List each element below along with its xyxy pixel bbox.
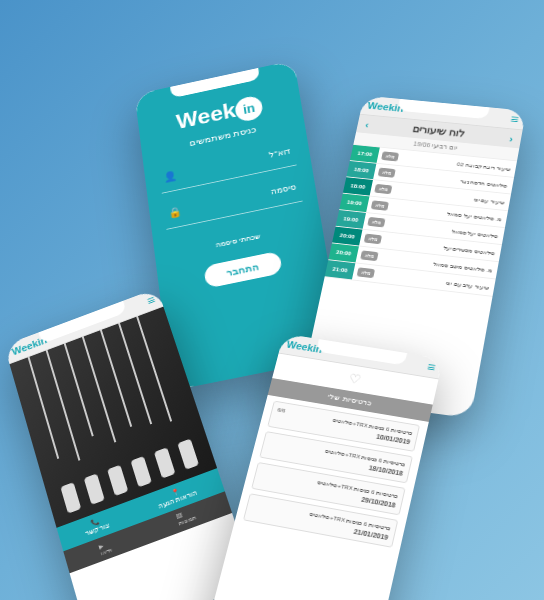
time-slot: 18:00	[346, 161, 376, 179]
video-tab[interactable]: ▶וידאו	[98, 539, 113, 556]
status-badge: מלא	[364, 234, 382, 245]
user-icon: 👤	[163, 169, 178, 183]
time-slot: 17:00	[350, 145, 380, 163]
tickets-list: 6/6כרטיסיות 6 כניסות TRX+פילאטיס10/01/20…	[235, 399, 427, 549]
brand-logo: Weekin	[285, 339, 323, 355]
photos-tab[interactable]: 🖼תמונות	[176, 508, 197, 527]
time-slot: 20:00	[328, 243, 358, 262]
next-arrow-icon[interactable]: ›	[509, 133, 514, 144]
lock-icon: 🔒	[168, 205, 183, 219]
phone-label: 054-1234567	[354, 352, 394, 364]
status-badge: מלא	[381, 151, 399, 161]
status-badge: מלא	[371, 200, 389, 210]
menu-icon[interactable]: ≡	[509, 112, 519, 126]
brand-logo: Weekin	[367, 100, 405, 113]
forgot-link[interactable]: שכחתי סיסמה	[215, 232, 261, 249]
status-badge: מלא	[374, 184, 392, 194]
menu-icon[interactable]: ≡	[145, 292, 157, 308]
time-slot: 21:00	[325, 260, 356, 279]
phone-label: 054-1234567	[437, 109, 478, 119]
time-slot: 19:00	[339, 194, 369, 213]
login-button[interactable]: התחבר	[203, 251, 282, 289]
prev-arrow-icon[interactable]: ‹	[364, 119, 370, 129]
ticket-count: 6/6	[277, 407, 286, 414]
status-badge: מלא	[360, 250, 378, 261]
contact-label: צור קשר	[84, 313, 109, 328]
schedule-list: יום רביעי 19/0617:00מלאשיעור ריצה קבוצה …	[325, 132, 520, 297]
time-slot: 19:00	[336, 210, 366, 229]
status-badge: מלא	[378, 168, 396, 178]
time-slot: 18:00	[343, 177, 373, 195]
status-badge: מלא	[367, 217, 385, 228]
time-slot: 20:00	[332, 227, 362, 246]
status-badge: מלא	[357, 267, 375, 278]
menu-icon[interactable]: ≡	[426, 359, 437, 375]
